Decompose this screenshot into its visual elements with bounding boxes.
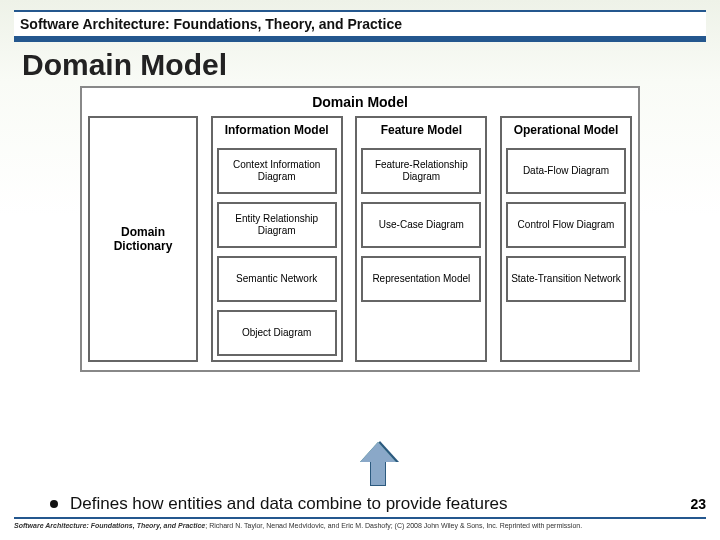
bullet-row: Defines how entities and data combine to… bbox=[50, 494, 508, 514]
diagram-node: Use-Case Diagram bbox=[361, 202, 481, 248]
footer-credits: Software Architecture: Foundations, Theo… bbox=[14, 522, 706, 529]
header-bar: Software Architecture: Foundations, Theo… bbox=[14, 10, 706, 42]
diagram-node: State-Transition Network bbox=[506, 256, 626, 302]
bullet-icon bbox=[50, 500, 58, 508]
diagram-node: Entity Relationship Diagram bbox=[217, 202, 337, 248]
page-number: 23 bbox=[690, 496, 706, 512]
diagram-node: Object Diagram bbox=[217, 310, 337, 356]
domain-model-diagram: Domain Model Domain Dictionary Informati… bbox=[80, 86, 640, 372]
column-title: Operational Model bbox=[506, 124, 626, 138]
up-arrow-icon bbox=[358, 442, 398, 492]
diagram-node: Representation Model bbox=[361, 256, 481, 302]
diagram-columns: Domain Dictionary Information Model Cont… bbox=[88, 116, 632, 362]
credits-book: Software Architecture: Foundations, Theo… bbox=[14, 522, 205, 529]
diagram-node: Semantic Network bbox=[217, 256, 337, 302]
column-title: Information Model bbox=[217, 124, 337, 138]
feature-model-column: Feature Model Feature-Relationship Diagr… bbox=[355, 116, 487, 362]
footer-rule bbox=[14, 517, 706, 519]
domain-dictionary-label: Domain Dictionary bbox=[94, 225, 192, 253]
domain-dictionary-box: Domain Dictionary bbox=[88, 116, 198, 362]
diagram-node: Context Information Diagram bbox=[217, 148, 337, 194]
credits-rest: ; Richard N. Taylor, Nenad Medvidovic, a… bbox=[205, 522, 582, 529]
diagram-title: Domain Model bbox=[88, 94, 632, 110]
diagram-node: Control Flow Diagram bbox=[506, 202, 626, 248]
column-title: Feature Model bbox=[361, 124, 481, 138]
diagram-node: Feature-Relationship Diagram bbox=[361, 148, 481, 194]
operational-model-column: Operational Model Data-Flow Diagram Cont… bbox=[500, 116, 632, 362]
slide-title: Domain Model bbox=[22, 48, 702, 82]
bullet-text: Defines how entities and data combine to… bbox=[70, 494, 508, 514]
information-model-column: Information Model Context Information Di… bbox=[211, 116, 343, 362]
header-title: Software Architecture: Foundations, Theo… bbox=[20, 16, 402, 32]
diagram-node: Data-Flow Diagram bbox=[506, 148, 626, 194]
